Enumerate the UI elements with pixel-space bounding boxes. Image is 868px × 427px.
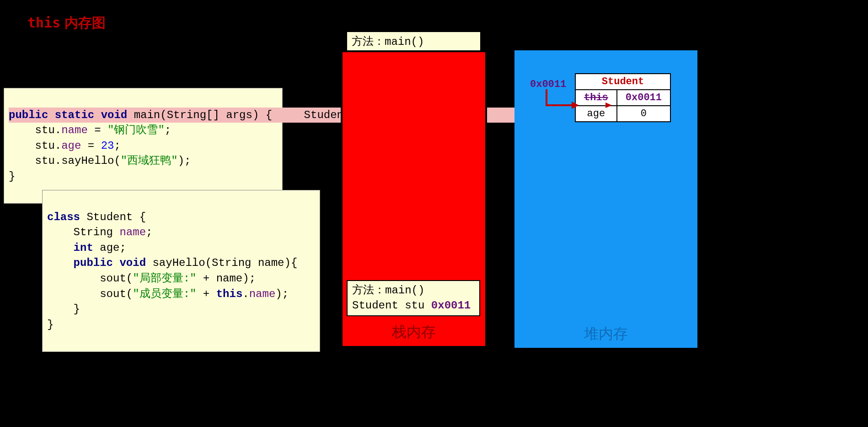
title-rest: 内存图 bbox=[60, 15, 105, 30]
diagram-title: this 内存图 bbox=[27, 14, 106, 32]
stack-top-method: 方法：main() bbox=[346, 31, 481, 51]
obj-field-this-val: 0x0011 bbox=[617, 90, 670, 106]
arrow-this-strike bbox=[605, 102, 618, 111]
code-student: class Student { String name; int age; pu… bbox=[42, 190, 320, 352]
stack-label: 栈内存 bbox=[392, 322, 436, 342]
obj-field-age-val: 0 bbox=[617, 106, 670, 122]
code-main: public static void main(String[] args) {… bbox=[4, 88, 283, 204]
frame-var-addr: 0x0011 bbox=[431, 299, 471, 312]
stack-frame-main: 方法：main() Student stu 0x0011 bbox=[347, 280, 480, 316]
arrow-addr-to-this bbox=[544, 87, 613, 114]
frame-method: 方法：main() bbox=[352, 283, 475, 298]
heap-label: 堆内存 bbox=[584, 324, 628, 344]
stack-memory: 栈内存 方法：main() Student stu 0x0011 bbox=[341, 50, 487, 348]
frame-var-line: Student stu 0x0011 bbox=[352, 298, 475, 313]
title-this: this bbox=[27, 15, 60, 31]
svg-marker-1 bbox=[605, 103, 612, 108]
svg-marker-0 bbox=[572, 102, 579, 109]
